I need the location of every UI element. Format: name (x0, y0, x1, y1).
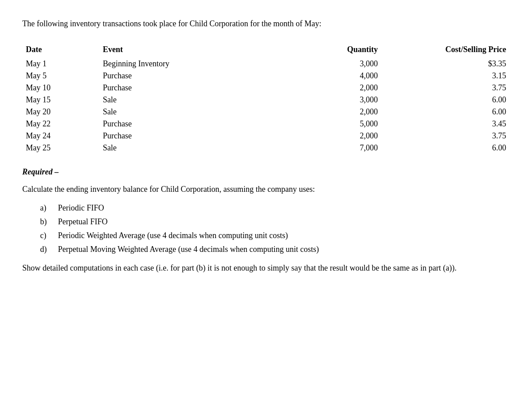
list-content: Periodic Weighted Average (use 4 decimal… (58, 230, 510, 242)
list-item: d)Perpetual Moving Weighted Average (use… (40, 243, 510, 255)
table-row: May 24Purchase2,0003.75 (22, 130, 510, 142)
list-content: Perpetual Moving Weighted Average (use 4… (58, 243, 510, 255)
cell-price: 6.00 (381, 106, 510, 118)
cell-date: May 20 (22, 106, 99, 118)
header-quantity: Quantity (279, 43, 381, 58)
cell-price: 3.45 (381, 118, 510, 130)
required-label: Required – (22, 167, 510, 177)
cell-event: Purchase (99, 118, 279, 130)
cell-quantity: 2,000 (279, 106, 381, 118)
list-item: b)Perpetual FIFO (40, 216, 510, 228)
calculate-text: Calculate the ending inventory balance f… (22, 183, 510, 195)
list-item: c)Periodic Weighted Average (use 4 decim… (40, 230, 510, 242)
cell-date: May 22 (22, 118, 99, 130)
cell-quantity: 5,000 (279, 118, 381, 130)
table-row: May 15Sale3,0006.00 (22, 94, 510, 106)
cell-event: Purchase (99, 130, 279, 142)
intro-text: The following inventory transactions too… (22, 18, 510, 30)
inventory-table: Date Event Quantity Cost/Selling Price M… (22, 43, 510, 154)
cell-price: 3.75 (381, 82, 510, 94)
cell-date: May 5 (22, 70, 99, 82)
cell-price: 3.15 (381, 70, 510, 82)
list-letter: a) (40, 202, 58, 214)
header-price: Cost/Selling Price (381, 43, 510, 58)
cell-quantity: 4,000 (279, 70, 381, 82)
list-letter: d) (40, 243, 58, 255)
cell-date: May 24 (22, 130, 99, 142)
list-content: Periodic FIFO (58, 202, 510, 214)
cell-date: May 10 (22, 82, 99, 94)
cell-quantity: 7,000 (279, 142, 381, 154)
list-content: Perpetual FIFO (58, 216, 510, 228)
cell-event: Purchase (99, 82, 279, 94)
cell-price: 6.00 (381, 142, 510, 154)
table-row: May 5Purchase4,0003.15 (22, 70, 510, 82)
cell-date: May 15 (22, 94, 99, 106)
cell-quantity: 3,000 (279, 94, 381, 106)
required-section: Required – Calculate the ending inventor… (22, 167, 510, 274)
requirements-list: a)Periodic FIFOb)Perpetual FIFOc)Periodi… (40, 202, 510, 255)
cell-quantity: 2,000 (279, 82, 381, 94)
cell-price: 3.75 (381, 130, 510, 142)
cell-quantity: 3,000 (279, 58, 381, 70)
cell-event: Purchase (99, 70, 279, 82)
table-row: May 20Sale2,0006.00 (22, 106, 510, 118)
table-row: May 1Beginning Inventory3,000$3.35 (22, 58, 510, 70)
list-item: a)Periodic FIFO (40, 202, 510, 214)
cell-price: $3.35 (381, 58, 510, 70)
header-date: Date (22, 43, 99, 58)
list-letter: c) (40, 230, 58, 242)
cell-date: May 1 (22, 58, 99, 70)
cell-event: Sale (99, 142, 279, 154)
header-event: Event (99, 43, 279, 58)
list-letter: b) (40, 216, 58, 228)
cell-quantity: 2,000 (279, 130, 381, 142)
cell-event: Sale (99, 106, 279, 118)
cell-price: 6.00 (381, 94, 510, 106)
table-row: May 22Purchase5,0003.45 (22, 118, 510, 130)
cell-event: Sale (99, 94, 279, 106)
inventory-table-section: Date Event Quantity Cost/Selling Price M… (22, 43, 510, 154)
table-row: May 25Sale7,0006.00 (22, 142, 510, 154)
cell-event: Beginning Inventory (99, 58, 279, 70)
cell-date: May 25 (22, 142, 99, 154)
table-row: May 10Purchase2,0003.75 (22, 82, 510, 94)
show-text: Show detailed computations in each case … (22, 262, 510, 274)
